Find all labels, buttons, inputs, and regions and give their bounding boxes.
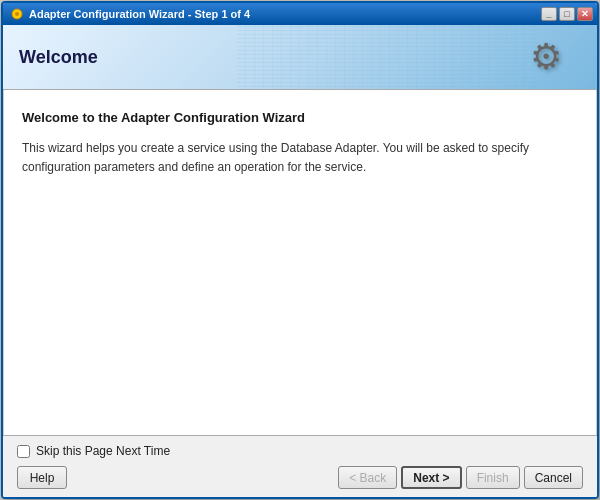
maximize-button[interactable]: □ — [559, 7, 575, 21]
skip-checkbox[interactable] — [17, 445, 30, 458]
title-bar-buttons: _ □ ✕ — [541, 7, 593, 21]
wizard-window: Adapter Configuration Wizard - Step 1 of… — [1, 1, 599, 499]
cancel-button[interactable]: Cancel — [524, 466, 583, 489]
window-title: Adapter Configuration Wizard - Step 1 of… — [29, 8, 250, 20]
close-button[interactable]: ✕ — [577, 7, 593, 21]
footer-area: Skip this Page Next Time Help < Back Nex… — [3, 435, 597, 497]
welcome-body-text: This wizard helps you create a service u… — [22, 139, 578, 177]
header-icon-area: ⚙ — [511, 30, 581, 85]
svg-point-1 — [15, 12, 19, 16]
title-bar-left: Adapter Configuration Wizard - Step 1 of… — [9, 6, 250, 22]
finish-button[interactable]: Finish — [466, 466, 520, 489]
minimize-button[interactable]: _ — [541, 7, 557, 21]
skip-row: Skip this Page Next Time — [17, 444, 583, 458]
content-area: Welcome ⚙ Welcome to the Adapter Configu… — [3, 25, 597, 497]
main-body: Welcome to the Adapter Configuration Wiz… — [3, 90, 597, 435]
welcome-heading: Welcome to the Adapter Configuration Wiz… — [22, 110, 578, 125]
back-button[interactable]: < Back — [338, 466, 397, 489]
app-icon — [9, 6, 25, 22]
header-title: Welcome — [19, 47, 98, 68]
gear-icon: ⚙ — [530, 36, 562, 78]
header-banner: Welcome ⚙ — [3, 25, 597, 90]
button-row: Help < Back Next > Finish Cancel — [17, 466, 583, 489]
title-bar: Adapter Configuration Wizard - Step 1 of… — [3, 3, 597, 25]
skip-label: Skip this Page Next Time — [36, 444, 170, 458]
help-button[interactable]: Help — [17, 466, 67, 489]
next-button[interactable]: Next > — [401, 466, 461, 489]
